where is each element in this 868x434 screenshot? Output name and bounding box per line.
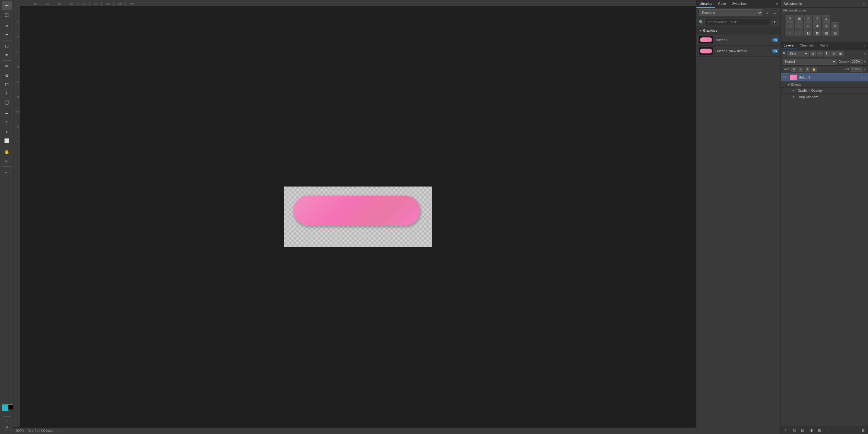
adj-color-balance[interactable]: ⊟ (795, 22, 803, 29)
ruler-mark: 220 (114, 2, 125, 6)
layers-panel-menu[interactable]: ≡ (861, 42, 868, 49)
tool-eraser[interactable]: ◻ (2, 80, 12, 88)
graphics-section-header[interactable]: ▼ Graphics (696, 27, 780, 34)
tool-hand[interactable]: ✋ (2, 148, 12, 156)
tool-pen[interactable]: ✒ (2, 109, 12, 118)
adjustments-menu[interactable]: ≡ (863, 2, 865, 5)
delete-layer-btn[interactable]: 🗑 (860, 427, 866, 433)
opacity-arrow[interactable]: ▼ (864, 60, 866, 63)
adj-vibrance[interactable]: ⊿ (823, 15, 830, 22)
layer-item-button1[interactable]: 👁 Button1 fx ∧ (781, 73, 868, 82)
tool-shape[interactable]: ⬜ (2, 137, 12, 145)
opacity-label: Opacity: (838, 60, 849, 63)
opacity-input[interactable] (850, 59, 863, 64)
tool-magic-wand[interactable]: ✦ (2, 30, 12, 39)
new-layer-btn[interactable]: + (825, 427, 832, 433)
adj-bw[interactable]: ⊕ (804, 22, 812, 29)
tab-channels[interactable]: Channels (797, 42, 817, 49)
adj-curves[interactable]: ◎ (804, 15, 812, 22)
filter-pixel[interactable]: ⊞ (810, 51, 816, 56)
tool-lasso[interactable]: ⌀ (2, 22, 12, 30)
libraries-list-view[interactable]: ≡ (772, 9, 778, 16)
libraries-toolbar: Exemple ⊞ ≡ (696, 8, 780, 18)
adj-hue[interactable]: ⊞ (786, 22, 794, 29)
new-fill-btn[interactable]: ◑ (808, 427, 815, 433)
adj-levels[interactable]: ▦ (795, 15, 803, 22)
layer-visibility-button1[interactable]: 👁 (783, 75, 787, 80)
fill-input[interactable] (850, 67, 863, 72)
adj-invert[interactable]: ▪ (786, 30, 794, 36)
adj-photo-filter[interactable]: ◉ (813, 22, 821, 29)
search-options[interactable]: ▼ (772, 19, 778, 25)
adj-color-lookup[interactable]: ⊞ (832, 22, 839, 29)
tool-text[interactable]: T (2, 118, 12, 127)
filter-text[interactable]: T (824, 51, 830, 56)
lock-pixels[interactable]: ⊞ (792, 67, 797, 72)
adj-threshold[interactable]: ◧ (804, 30, 812, 36)
effects-header[interactable]: ▶ Effects (781, 82, 868, 88)
tab-layers[interactable]: Layers (781, 42, 797, 49)
foreground-color[interactable] (2, 404, 8, 411)
tool-screen-mode[interactable]: ⊞ (3, 424, 11, 430)
link-layers-btn[interactable]: ⟡ (783, 427, 789, 433)
ruler-mark: 180 (101, 2, 114, 6)
status-arrow[interactable]: › (57, 429, 58, 433)
lock-artboard[interactable]: ✛ (805, 67, 810, 72)
filter-smart[interactable]: ▣ (838, 51, 843, 56)
graphics-item-button1-details[interactable]: Button1+View details Ps (696, 46, 780, 57)
layers-filter-icons: ⊞ ✏ T ⊕ ▣ (810, 51, 843, 56)
left-toolbar: ✛ ⬚ ⌀ ✦ ⊡ ✒ ✏ ⊕ ◻ ⌇ ◯ ✒ T ⟡ ⬜ ✋ ⊕ ··· ⬚ … (0, 0, 14, 434)
tool-path-selection[interactable]: ⟡ (2, 127, 12, 136)
graphics-item-button1[interactable]: Button1 Ps (696, 34, 780, 46)
add-style-btn[interactable]: fx (791, 427, 798, 433)
tab-paths[interactable]: Paths (817, 42, 831, 49)
tool-clone[interactable]: ⊕ (2, 71, 12, 79)
new-group-btn[interactable]: ⊞ (816, 427, 823, 433)
effect-drop-shadow[interactable]: 👁 Drop Shadow (781, 94, 868, 100)
tool-brush[interactable]: ✏ (2, 62, 12, 70)
ruler-v-mark: 6 (16, 112, 20, 127)
tab-swatches[interactable]: Swatches (729, 0, 749, 8)
effect-visibility-dropshadow[interactable]: 👁 (792, 95, 796, 99)
blend-mode-select[interactable]: Normal (783, 59, 837, 65)
fill-arrow[interactable]: ▼ (864, 68, 866, 71)
adj-solid-color[interactable]: ▥ (832, 30, 839, 36)
lock-all[interactable]: 🔒 (811, 67, 817, 72)
layers-filter-select[interactable]: Kind (787, 51, 809, 56)
tool-crop[interactable]: ⊡ (2, 42, 12, 50)
tab-color[interactable]: Color (715, 0, 729, 8)
tab-libraries[interactable]: Libraries (696, 0, 715, 8)
search-input[interactable] (705, 19, 770, 25)
adj-channel-mixer[interactable]: ◫ (823, 22, 830, 29)
canvas-area[interactable] (20, 6, 696, 427)
adj-brightness[interactable]: ☀ (786, 15, 794, 22)
background-color[interactable] (8, 404, 13, 410)
filter-shape[interactable]: ⊕ (831, 51, 837, 56)
tool-dodge[interactable]: ◯ (2, 98, 12, 107)
adj-exposure[interactable]: ▽ (813, 15, 821, 22)
tool-zoom[interactable]: ⊕ (2, 157, 12, 165)
layer-name-button1: Button1 (799, 76, 859, 79)
add-mask-btn[interactable]: ⊡ (800, 427, 806, 433)
adj-posterize[interactable]: ▫ (795, 30, 803, 36)
effect-gradient-overlay[interactable]: 👁 Gradient Overlay (781, 88, 868, 94)
adj-gradient-map[interactable]: ▩ (823, 30, 830, 36)
tool-gradient[interactable]: ⌇ (2, 89, 12, 97)
libraries-dropdown[interactable]: Exemple (699, 9, 763, 16)
tool-quick-mask[interactable]: ⬚ (3, 416, 11, 423)
adj-selective-color[interactable]: ◩ (813, 30, 821, 36)
libraries-grid-view[interactable]: ⊞ (764, 9, 770, 16)
effect-visibility-gradient[interactable]: 👁 (792, 88, 796, 93)
filter-adjustment[interactable]: ✏ (817, 51, 823, 56)
tool-marquee[interactable]: ⬚ (2, 10, 12, 19)
tool-move[interactable]: ✛ (2, 1, 12, 10)
ruler-v-mark: 8 (16, 6, 20, 21)
fill-label: Fill: (845, 67, 850, 71)
filter-toggle[interactable]: ○ (864, 51, 866, 56)
tool-eyedropper[interactable]: ✒ (2, 51, 12, 59)
libraries-panel-menu[interactable]: ≡ (774, 0, 780, 7)
tool-more[interactable]: ··· (2, 168, 12, 176)
layer-fx-button1[interactable]: fx ∧ (861, 76, 866, 79)
zoom-level: 500% (16, 429, 24, 433)
lock-position[interactable]: ✏ (798, 67, 803, 72)
